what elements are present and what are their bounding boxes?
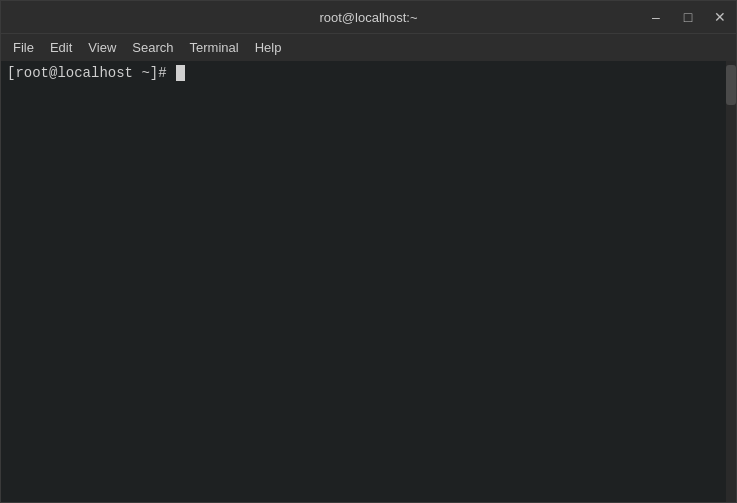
menubar: File Edit View Search Terminal Help [1,33,736,61]
terminal-window: root@localhost:~ – □ ✕ File Edit View Se… [0,0,737,503]
close-button[interactable]: ✕ [704,1,736,33]
menu-view[interactable]: View [80,38,124,57]
terminal-cursor [176,65,185,81]
titlebar: root@localhost:~ – □ ✕ [1,1,736,33]
window-title: root@localhost:~ [319,10,417,25]
minimize-button[interactable]: – [640,1,672,33]
terminal-body[interactable]: [root@localhost ~]# [1,61,736,502]
menu-search[interactable]: Search [124,38,181,57]
scrollbar-thumb[interactable] [726,65,736,105]
maximize-button[interactable]: □ [672,1,704,33]
menu-help[interactable]: Help [247,38,290,57]
prompt-line: [root@localhost ~]# [7,65,730,81]
menu-edit[interactable]: Edit [42,38,80,57]
menu-file[interactable]: File [5,38,42,57]
scrollbar[interactable] [726,61,736,502]
prompt-text: [root@localhost ~]# [7,65,175,81]
menu-terminal[interactable]: Terminal [182,38,247,57]
window-controls: – □ ✕ [640,1,736,33]
